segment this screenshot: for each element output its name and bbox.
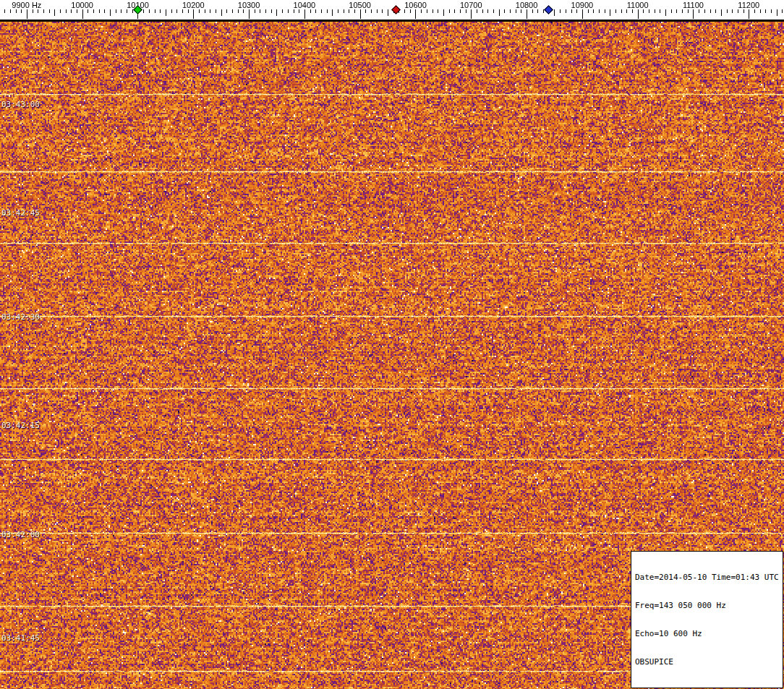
- freq-label: 10900: [571, 1, 594, 9]
- frequency-ruler[interactable]: 9900 Hz100001010010200103001040010500106…: [0, 0, 784, 22]
- freq-label: 11000: [627, 1, 649, 9]
- freq-label: 10600: [404, 1, 427, 9]
- freq-label: 10300: [238, 1, 260, 9]
- freq-label: 10500: [349, 1, 371, 9]
- freq-label: 10800: [516, 1, 538, 9]
- time-label: 03:42:15: [1, 421, 40, 430]
- time-label: 03:42:45: [1, 208, 40, 218]
- info-line-date: Date=2014-05-10 Time=01:43 UTC: [635, 573, 779, 582]
- time-label: 03:43:00: [1, 100, 40, 109]
- time-label: 03:42:00: [1, 530, 40, 539]
- info-line-echo: Echo=10 600 Hz: [635, 629, 779, 638]
- freq-label: 10000: [71, 1, 93, 9]
- info-line-freq: Freq=143 050 000 Hz: [635, 601, 779, 610]
- info-line-station: OBSUPICE: [635, 657, 779, 667]
- waterfall-display[interactable]: 03:43:0003:42:4503:42:3003:42:1503:42:00…: [0, 22, 784, 689]
- time-label: 03:42:30: [1, 312, 40, 322]
- freq-label: 10400: [294, 1, 316, 9]
- station-info-box: Date=2014-05-10 Time=01:43 UTC Freq=143 …: [631, 551, 783, 688]
- freq-label: 10200: [182, 1, 205, 9]
- time-label: 03:41:45: [1, 633, 40, 643]
- freq-label: 10700: [460, 1, 482, 9]
- freq-label: 9900 Hz: [12, 1, 41, 9]
- spectrum-monitor-window: 9900 Hz100001010010200103001040010500106…: [0, 0, 784, 689]
- freq-label: 11200: [738, 1, 759, 9]
- freq-label: 11100: [683, 1, 704, 9]
